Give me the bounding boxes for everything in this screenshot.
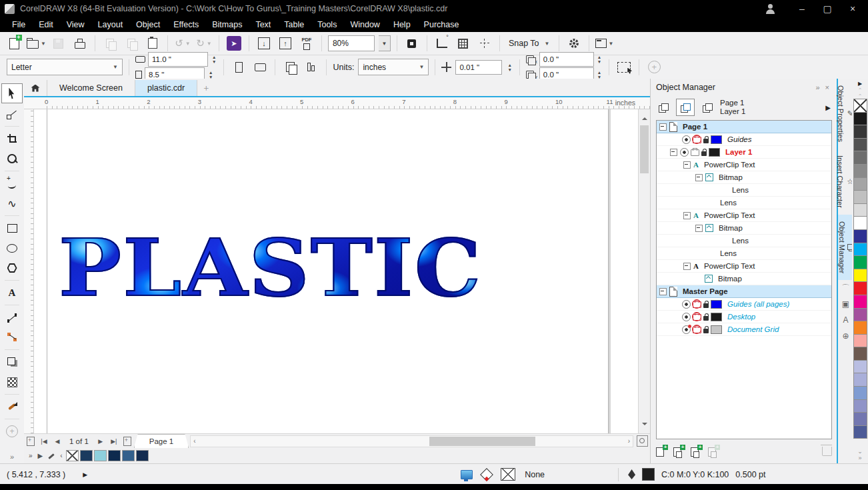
more-tool[interactable]: +	[2, 422, 22, 441]
palette-swatch[interactable]	[853, 360, 867, 374]
eye-half-icon[interactable]	[682, 325, 691, 334]
shape-tool[interactable]	[2, 105, 22, 123]
palette-flyout-arrow[interactable]: ▶	[858, 79, 862, 87]
eyedropper-tool[interactable]	[2, 397, 22, 416]
application-launcher-button[interactable]: ▼	[595, 35, 614, 52]
save-button[interactable]	[50, 35, 67, 52]
tree-row[interactable]: Lens	[657, 184, 831, 197]
menu-item-table[interactable]: Table	[277, 17, 311, 32]
new-layer-button[interactable]: +	[656, 446, 667, 457]
expander-icon[interactable]	[670, 149, 677, 156]
palette-swatch[interactable]	[853, 164, 867, 178]
fill-none-swatch[interactable]	[501, 468, 515, 481]
palette-swatch[interactable]	[853, 151, 867, 165]
layer-color-swatch[interactable]	[711, 135, 722, 144]
palette-swatch[interactable]	[853, 190, 867, 204]
print-button[interactable]	[71, 35, 89, 52]
palette-swatch[interactable]	[853, 412, 867, 426]
docker-icon-color-styles[interactable]: ▣	[838, 296, 853, 312]
next-page-button[interactable]: ▶	[94, 435, 107, 447]
menu-item-tools[interactable]: Tools	[311, 17, 343, 32]
vertical-scroll-thumb[interactable]	[640, 125, 649, 173]
document-palette-swatch[interactable]	[122, 450, 135, 461]
open-dropdown-arrow[interactable]: ▼	[41, 41, 46, 47]
palette-swatch[interactable]	[853, 425, 867, 439]
zoom-level-dropdown[interactable]: ▼	[379, 35, 391, 51]
open-button[interactable]: ▼	[27, 35, 46, 52]
show-guidelines-button[interactable]	[476, 35, 493, 52]
tree-row[interactable]: APowerClip Text	[657, 159, 831, 171]
docker-close-icon[interactable]: ×	[823, 83, 832, 91]
palette-swatch[interactable]	[853, 177, 867, 191]
menu-item-file[interactable]: File	[5, 17, 32, 32]
tree-row[interactable]: Lens	[657, 247, 831, 260]
polygon-tool[interactable]	[2, 259, 22, 277]
fill-icon[interactable]	[480, 468, 493, 481]
text-tool[interactable]: A	[2, 283, 22, 302]
menu-item-edit[interactable]: Edit	[32, 17, 60, 32]
rectangle-tool[interactable]	[2, 219, 22, 237]
docker-tab-object-manager[interactable]: Object Manager	[838, 215, 853, 280]
document-palette-swatch-none[interactable]	[66, 450, 79, 461]
show-rulers-button[interactable]	[433, 35, 451, 52]
palette-swatch[interactable]	[853, 255, 867, 269]
expander-icon[interactable]	[659, 288, 667, 295]
ellipse-tool[interactable]	[2, 239, 22, 257]
palette-swatch[interactable]	[853, 125, 867, 139]
duplicate-y-spinner[interactable]: ▲▼	[596, 70, 603, 79]
search-content-button[interactable]: ➤	[225, 35, 243, 52]
add-page-before-button[interactable]	[24, 435, 37, 447]
new-master-layer-odd-pages-button[interactable]: +	[691, 446, 701, 457]
copy-button[interactable]	[123, 35, 140, 52]
palette-swatch[interactable]	[853, 243, 867, 257]
palette-swatch[interactable]	[853, 386, 867, 400]
docker-tab-insert-character[interactable]: ☆Insert Character	[838, 149, 853, 215]
page-width-spinner[interactable]: ▲▼	[211, 55, 217, 64]
lock-icon[interactable]	[701, 151, 707, 156]
freehand-tool[interactable]	[2, 174, 22, 193]
paste-button[interactable]	[144, 35, 161, 52]
status-flyout-arrow[interactable]: ▶	[65, 471, 87, 478]
document-palette-swatch[interactable]	[94, 450, 107, 461]
fullscreen-preview-button[interactable]	[403, 35, 421, 52]
toolbox-overflow-chevron[interactable]: »	[27, 452, 35, 459]
palette-scroll-down-icon[interactable]: ⌄	[857, 448, 863, 455]
edit-across-layers-button[interactable]	[676, 99, 695, 116]
palette-eyedropper-icon[interactable]	[47, 452, 55, 460]
new-master-layer-all-pages-button[interactable]: +	[673, 446, 684, 457]
print-no-icon[interactable]	[693, 301, 701, 308]
document-navigator-icon[interactable]	[637, 435, 648, 447]
delete-layer-button[interactable]	[822, 447, 832, 456]
eye-icon[interactable]	[682, 135, 691, 144]
tree-row[interactable]: Bitmap	[657, 171, 831, 184]
scroll-up-arrow[interactable]	[642, 115, 647, 120]
connector-tool[interactable]	[2, 328, 22, 347]
layer-color-swatch[interactable]	[711, 313, 722, 321]
menu-item-layout[interactable]: Layout	[91, 17, 130, 32]
minimize-button[interactable]: –	[791, 2, 813, 15]
portrait-button[interactable]	[230, 59, 247, 76]
outline-pen-icon[interactable]	[628, 469, 635, 479]
docker-icon-font-options[interactable]: A	[838, 312, 853, 328]
canvas[interactable]: PLASTIC	[24, 109, 650, 433]
lock-icon[interactable]	[703, 139, 709, 143]
menu-item-view[interactable]: View	[60, 17, 91, 32]
palette-swatch[interactable]	[853, 334, 867, 348]
print-no-icon[interactable]	[693, 137, 701, 143]
expander-icon[interactable]	[659, 123, 667, 131]
tree-row[interactable]: Bitmap	[657, 273, 831, 285]
publish-pdf-button[interactable]: PDF	[298, 35, 315, 52]
vertical-ruler[interactable]	[24, 109, 34, 433]
tree-row[interactable]: Layer 1	[657, 146, 831, 159]
new-document-button[interactable]	[5, 35, 23, 52]
palette-swatch[interactable]	[853, 295, 867, 309]
landscape-button[interactable]	[251, 59, 269, 76]
nudge-spinner[interactable]: ▲▼	[506, 63, 513, 72]
docker-tab-object-properties[interactable]: ✎Object Properties	[838, 79, 853, 149]
page-height-spinner[interactable]: ▲▼	[207, 70, 214, 79]
show-object-properties-button[interactable]	[655, 99, 672, 115]
account-icon[interactable]	[764, 3, 779, 15]
eye-icon[interactable]	[682, 300, 691, 309]
horizontal-ruler[interactable]: inches 01234567891011	[24, 97, 650, 109]
tree-row[interactable]: APowerClip Text	[657, 260, 831, 273]
